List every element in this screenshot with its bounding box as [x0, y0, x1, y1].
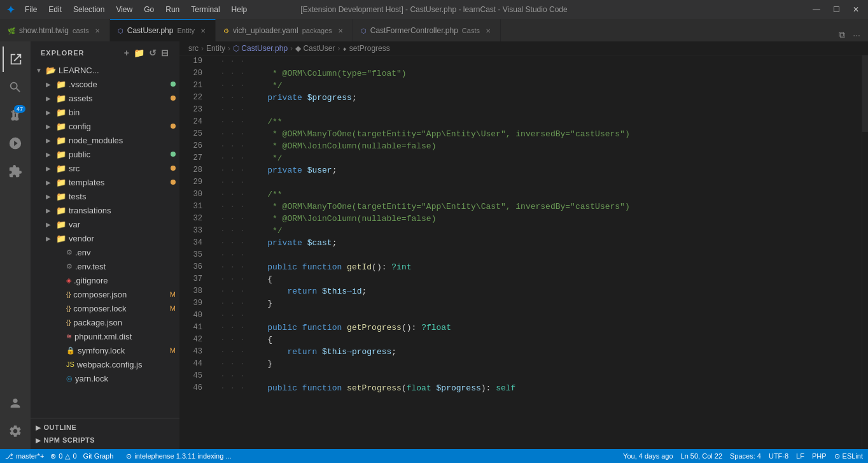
- sidebar-item-vscode-label: .vscode: [69, 80, 97, 89]
- collapse-all-icon[interactable]: ⊟: [161, 48, 169, 58]
- sidebar-item-bin[interactable]: ▶ 📁 bin: [31, 105, 179, 119]
- tab-castuser[interactable]: ⬡ CastUser.php Entity ✕: [110, 19, 216, 41]
- sidebar-item-config[interactable]: ▶ 📁 config: [31, 119, 179, 133]
- status-line-ending[interactable]: LF: [796, 452, 804, 460]
- new-folder-icon[interactable]: 📁: [134, 48, 145, 58]
- sidebar-item-public-label: public: [69, 150, 90, 159]
- sidebar-item-src[interactable]: ▶ 📁 src: [31, 161, 179, 175]
- line-dots: · · ·: [220, 176, 245, 189]
- more-actions-icon[interactable]: ···: [850, 29, 863, 41]
- tab-show[interactable]: 🌿 show.html.twig casts ✕: [0, 19, 110, 41]
- src-folder-icon: 📁: [56, 164, 66, 173]
- sidebar-item-node-modules[interactable]: ▶ 📁 node_modules: [31, 133, 179, 147]
- breadcrumb-castuser-php[interactable]: ⬡ CastUser.php: [233, 44, 288, 53]
- tab-vich[interactable]: ⚙ vich_uploader.yaml packages ✕: [216, 19, 353, 41]
- tab-castuser-sublabel: Entity: [177, 27, 195, 34]
- refresh-icon[interactable]: ↺: [149, 48, 157, 58]
- sidebar-item-phpunit[interactable]: ≋ phpunit.xml.dist: [31, 329, 179, 343]
- activity-run[interactable]: [3, 131, 28, 156]
- breadcrumb-src[interactable]: src: [188, 44, 199, 53]
- code-line: · · ·: [220, 176, 862, 189]
- sidebar-item-public[interactable]: ▶ 📁 public: [31, 147, 179, 161]
- menu-selection[interactable]: Selection: [68, 4, 109, 15]
- sidebar-item-vendor[interactable]: ▶ 📁 vendor: [31, 231, 179, 245]
- assets-git-dot: [171, 96, 176, 101]
- tab-castuser-close[interactable]: ✕: [199, 27, 207, 35]
- menu-view[interactable]: View: [111, 4, 137, 15]
- sidebar-item-templates[interactable]: ▶ 📁 templates: [31, 175, 179, 189]
- status-bar-right: You, 4 days ago Ln 50, Col 22 Spaces: 4 …: [623, 452, 863, 460]
- code-content[interactable]: · · ·· · · * @ORM\Column(type="float")· …: [215, 55, 862, 449]
- sidebar-item-env[interactable]: ⚙ .env: [31, 245, 179, 259]
- code-line: · · · /**: [220, 116, 862, 128]
- breadcrumb: src › Entity › ⬡ CastUser.php › ◆ CastUs…: [179, 41, 868, 55]
- activity-settings[interactable]: [3, 418, 28, 444]
- sidebar-item-assets[interactable]: ▶ 📁 assets: [31, 91, 179, 105]
- activity-accounts[interactable]: [3, 390, 28, 416]
- status-language[interactable]: PHP: [812, 452, 827, 460]
- sidebar-item-webpack[interactable]: JS webpack.config.js: [31, 357, 179, 371]
- sidebar-item-gitignore[interactable]: ◈ .gitignore: [31, 273, 179, 287]
- code-line: · · · public function getProgress(): ?fl…: [220, 322, 862, 334]
- sidebar-item-package-json-label: package.json: [73, 318, 122, 327]
- menu-file[interactable]: File: [20, 4, 42, 15]
- tab-castformer[interactable]: ⬡ CastFormerController.php Casts ✕: [353, 19, 501, 41]
- code-line: · · · * @ORM\ManyToOne(targetEntity="App…: [220, 128, 862, 140]
- composer-lock-modified: M: [170, 304, 176, 312]
- sidebar-item-composer-lock[interactable]: {} composer.lock M: [31, 301, 179, 315]
- split-editor-icon[interactable]: ⧉: [836, 28, 848, 41]
- activity-explorer[interactable]: [3, 46, 28, 72]
- activity-source-control[interactable]: 47: [3, 103, 28, 128]
- status-eslint[interactable]: ⊙ ESLint: [834, 452, 863, 460]
- sidebar-item-yarn-lock[interactable]: ◎ yarn.lock: [31, 371, 179, 385]
- sidebar-item-env-test[interactable]: ⚙ .env.test: [31, 259, 179, 273]
- close-button[interactable]: ✕: [850, 5, 862, 14]
- status-branch[interactable]: ⎇ master*+: [5, 452, 44, 460]
- line-number: 43: [179, 346, 207, 358]
- status-intelephense[interactable]: ⊙ intelephense 1.3.11 indexing ...: [126, 452, 231, 460]
- status-git-blame[interactable]: You, 4 days ago: [623, 452, 673, 460]
- sidebar-item-composer-json[interactable]: {} composer.json M: [31, 287, 179, 301]
- sidebar-item-var[interactable]: ▶ 📁 var: [31, 217, 179, 231]
- sidebar-item-symfony-lock[interactable]: 🔒 symfony.lock M: [31, 343, 179, 357]
- menu-edit[interactable]: Edit: [43, 4, 67, 15]
- minimap[interactable]: [862, 55, 868, 449]
- code-editor[interactable]: 1920212223242526272829303132333435363738…: [179, 55, 868, 449]
- config-expand-arrow: ▶: [46, 123, 56, 130]
- breadcrumb-setprogress[interactable]: ⬧ setProgress: [342, 44, 389, 53]
- activity-extensions[interactable]: [3, 159, 28, 184]
- public-folder-icon: 📁: [56, 150, 66, 159]
- sidebar-item-tests[interactable]: ▶ 📁 tests: [31, 189, 179, 203]
- line-dots: · · ·: [220, 285, 245, 297]
- outline-section[interactable]: ▶ OUTLINE: [31, 421, 179, 434]
- menu-go[interactable]: Go: [139, 4, 159, 15]
- menu-terminal[interactable]: Terminal: [186, 4, 225, 15]
- new-file-icon[interactable]: +: [124, 48, 130, 58]
- status-encoding[interactable]: UTF-8: [769, 452, 788, 460]
- status-bar-left: ⎇ master*+ ⊗ 0 △ 0 Git Graph: [5, 452, 113, 460]
- tab-vich-close[interactable]: ✕: [336, 27, 345, 35]
- npm-scripts-section[interactable]: ▶ NPM SCRIPTS: [31, 434, 179, 446]
- status-git-graph[interactable]: Git Graph: [83, 452, 114, 460]
- code-line: · · · * @ORM\JoinColumn(nullable=false): [220, 140, 862, 152]
- package-json-file-icon: {}: [66, 318, 71, 326]
- node-folder-icon: 📁: [56, 136, 66, 145]
- breadcrumb-castuser-class[interactable]: ◆ CastUser: [295, 44, 335, 53]
- tab-castformer-close[interactable]: ✕: [484, 27, 493, 35]
- minimize-button[interactable]: —: [810, 5, 823, 14]
- sidebar-item-package-json[interactable]: {} package.json: [31, 315, 179, 329]
- menu-help[interactable]: Help: [227, 4, 253, 15]
- breadcrumb-entity[interactable]: Entity: [206, 44, 225, 53]
- sidebar-item-vscode[interactable]: ▶ 📁 .vscode: [31, 77, 179, 91]
- status-position[interactable]: Ln 50, Col 22: [681, 452, 722, 460]
- maximize-button[interactable]: ☐: [830, 5, 843, 14]
- code-token: [302, 237, 307, 249]
- status-spaces[interactable]: Spaces: 4: [730, 452, 761, 460]
- status-errors[interactable]: ⊗ 0 △ 0: [50, 452, 76, 460]
- activity-search[interactable]: [3, 75, 28, 100]
- sidebar-item-translations[interactable]: ▶ 📁 translations: [31, 203, 179, 217]
- tab-show-close[interactable]: ✕: [93, 27, 102, 35]
- menu-run[interactable]: Run: [160, 4, 185, 15]
- sidebar-root-folder[interactable]: ▼ 📂 LEARNC...: [31, 63, 179, 77]
- line-number: 21: [179, 80, 207, 92]
